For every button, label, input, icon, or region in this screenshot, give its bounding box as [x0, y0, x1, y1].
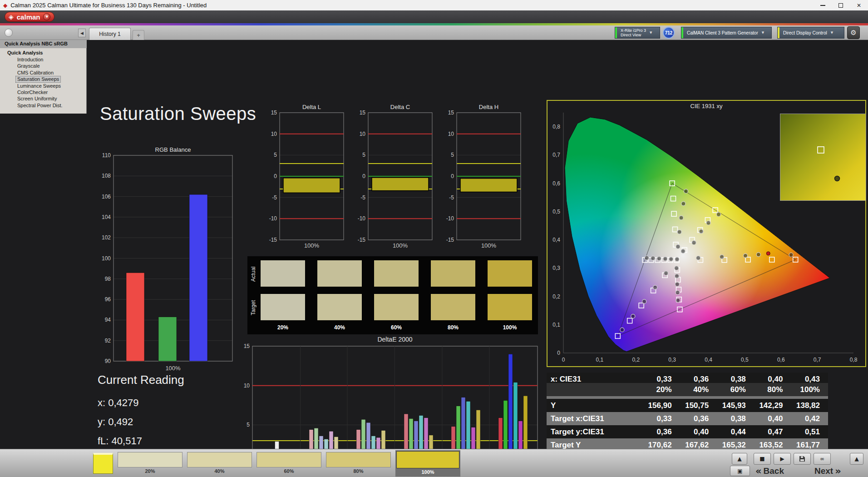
meter-status-stripe: [615, 27, 617, 38]
saturation-swatch: [396, 451, 459, 468]
app-icon: ◆: [3, 2, 7, 9]
continuous-measure-button[interactable]: ∞: [814, 453, 831, 465]
calman-diamond-icon: ◈: [9, 13, 14, 20]
next-button[interactable]: Next »: [813, 466, 841, 477]
next-chevrons-icon: »: [835, 466, 841, 477]
current-reading-value: fL: 40,517: [98, 432, 184, 451]
svg-text:0,6: 0,6: [777, 357, 785, 363]
display-control-dropdown[interactable]: Direct Display Control ▼: [777, 27, 844, 39]
saturation-level-button-40%[interactable]: 40%: [187, 452, 252, 476]
sidebar-menu-button[interactable]: [5, 29, 13, 37]
cie-chart-title: CIE 1931 xy: [547, 103, 865, 109]
minimize-button[interactable]: [814, 0, 832, 10]
saturation-level-button-20%[interactable]: 20%: [118, 452, 182, 476]
sidebar-item-saturation-sweeps[interactable]: Saturation Sweeps: [15, 76, 61, 82]
meter-badge[interactable]: 712: [663, 27, 675, 39]
svg-text:-10: -10: [358, 215, 366, 222]
actual-swatch-80%: [430, 260, 476, 287]
swatch-column-label: 40%: [317, 324, 362, 331]
svg-text:0: 0: [451, 173, 454, 179]
svg-text:0,1: 0,1: [596, 357, 604, 363]
svg-text:100%: 100%: [165, 365, 181, 372]
target-swatch-40%: [317, 293, 362, 321]
chevron-down-icon: ▼: [831, 31, 833, 35]
svg-text:Delta L: Delta L: [302, 104, 321, 110]
svg-text:-5: -5: [360, 194, 365, 201]
pattern-generator-dropdown[interactable]: CalMAN Client 3 Pattern Generator ▼: [681, 27, 772, 39]
svg-text:10: 10: [271, 131, 277, 137]
actual-swatch-100%: [487, 260, 533, 287]
svg-text:-5: -5: [449, 194, 454, 201]
svg-text:0,7: 0,7: [552, 152, 560, 158]
window-controls: ✕: [814, 0, 868, 10]
saturation-swatch-label: 60%: [256, 467, 321, 474]
calman-logo-button[interactable]: ◈ calman ▼: [5, 12, 54, 22]
saturation-swatch: [187, 452, 252, 467]
back-label: Back: [762, 466, 786, 476]
stop-button[interactable]: ■: [754, 453, 771, 465]
svg-text:0: 0: [557, 350, 560, 356]
source-status-stripe: [681, 27, 683, 38]
footer-bar: 20%40%60%80%100% ▲ ■ ▶ ∞ ▲ ▣ « Back Next…: [0, 449, 868, 477]
maximize-button[interactable]: [832, 0, 850, 10]
svg-text:15: 15: [244, 343, 250, 349]
results-table: 20%40%60%80%100%x: CIE310,330,360,380,40…: [547, 373, 828, 452]
calman-logo-text: calman: [17, 13, 40, 21]
sidebar-item-colorchecker[interactable]: ColorChecker: [15, 89, 49, 95]
save-button[interactable]: [794, 453, 811, 465]
saturation-swatch-label: 80%: [326, 467, 391, 474]
titlebar: ◆ Calman 2025 Calman Ultimate for Busine…: [0, 0, 868, 10]
svg-text:15: 15: [360, 109, 366, 116]
svg-text:5: 5: [247, 422, 250, 428]
current-reading-value: x: 0,4279: [98, 393, 184, 412]
sidebar-collapse-button[interactable]: ◀: [78, 29, 86, 37]
pattern-window-button[interactable]: ▣: [730, 466, 750, 476]
spin-up-button[interactable]: ▲: [732, 453, 747, 465]
back-chevrons-icon: «: [755, 466, 762, 477]
tab-history-1[interactable]: History 1: [89, 28, 131, 40]
svg-text:0: 0: [362, 173, 365, 179]
svg-text:102: 102: [102, 234, 111, 241]
svg-text:DeltaE 2000: DeltaE 2000: [377, 336, 412, 343]
table-row: Target x:CIE310,330,360,380,400,42: [547, 412, 828, 425]
svg-text:15: 15: [448, 109, 454, 116]
sidebar-root-quick-analysis[interactable]: Quick Analysis: [0, 50, 86, 56]
svg-text:100%: 100%: [393, 242, 408, 249]
svg-text:0,8: 0,8: [850, 357, 858, 363]
add-tab-button[interactable]: +: [133, 30, 144, 40]
back-button[interactable]: « Back: [755, 466, 786, 477]
saturation-level-button-60%[interactable]: 60%: [256, 452, 321, 476]
svg-text:10: 10: [244, 383, 250, 389]
saturation-level-button-100%[interactable]: 100%: [395, 450, 460, 477]
app-window: ◆ Calman 2025 Calman Ultimate for Busine…: [0, 0, 868, 477]
save-icon: [799, 456, 805, 462]
swatch-column-label: 100%: [487, 324, 533, 331]
svg-text:90: 90: [105, 358, 111, 364]
sidebar-item-cms-calibration[interactable]: CMS Calibration: [15, 70, 55, 76]
display-control-label: Direct Display Control: [780, 30, 827, 35]
meter-dropdown[interactable]: X-Rite i1Pro 3 Direct View ▼: [615, 27, 660, 39]
svg-text:108: 108: [102, 173, 111, 179]
svg-text:Delta H: Delta H: [479, 104, 498, 110]
play-button[interactable]: ▶: [774, 453, 791, 465]
close-button[interactable]: ✕: [850, 0, 868, 10]
actual-target-swatch-grid: Actual Target 20%40%60%80%100%: [247, 256, 538, 334]
current-color-swatch[interactable]: [93, 453, 113, 474]
rgb-balance-chart: RGB Balance90929496981001021041061081101…: [97, 147, 234, 373]
svg-text:15: 15: [271, 109, 277, 116]
sidebar-item-luminance-sweeps[interactable]: Luminance Sweeps: [15, 83, 63, 89]
chevron-down-icon: ▼: [762, 31, 764, 35]
sidebar-item-screen-uniformity[interactable]: Screen Uniformity: [15, 95, 59, 102]
saturation-level-button-80%[interactable]: 80%: [326, 452, 391, 476]
svg-text:-15: -15: [269, 237, 277, 243]
sidebar-item-grayscale[interactable]: Grayscale: [15, 63, 42, 69]
workflow-tree: Quick AnalysisIntroductionGrayscaleCMS C…: [0, 48, 87, 114]
saturation-swatch: [256, 452, 321, 467]
swatch-column-label: 20%: [260, 324, 306, 331]
settings-gear-button[interactable]: ⚙: [847, 26, 860, 39]
sidebar-item-spectral-power-dist-[interactable]: Spectral Power Dist.: [15, 102, 64, 109]
sidebar-item-introduction[interactable]: Introduction: [15, 56, 45, 63]
swatch-column-label: 80%: [430, 324, 476, 331]
spin-up-button-right[interactable]: ▲: [850, 453, 863, 465]
logo-dropdown-icon[interactable]: ▼: [43, 13, 50, 20]
